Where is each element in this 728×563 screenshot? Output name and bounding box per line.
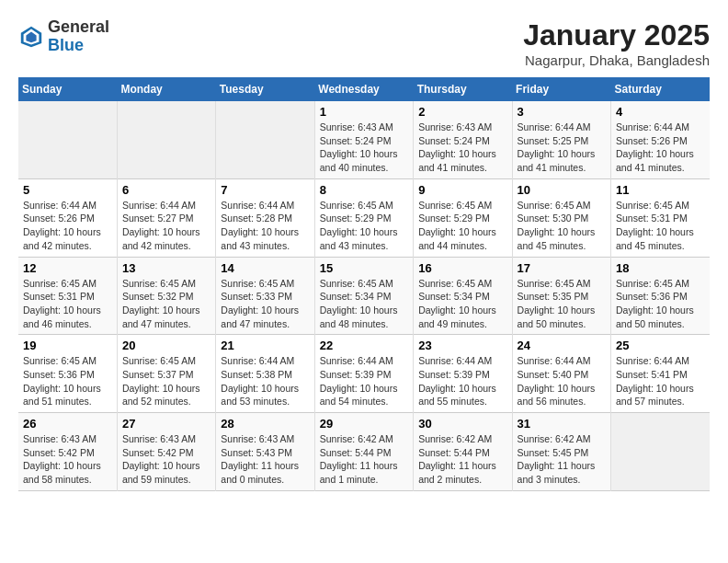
calendar-cell: 18Sunrise: 6:45 AMSunset: 5:36 PMDayligh… <box>611 257 710 335</box>
day-number: 10 <box>518 183 606 197</box>
weekday-header-saturday: Saturday <box>611 77 710 101</box>
cell-content: Sunrise: 6:45 AMSunset: 5:36 PMDaylight:… <box>23 354 112 408</box>
calendar-cell: 15Sunrise: 6:45 AMSunset: 5:34 PMDayligh… <box>314 257 413 335</box>
day-number: 19 <box>23 339 112 352</box>
calendar-week-row: 19Sunrise: 6:45 AMSunset: 5:36 PMDayligh… <box>18 335 710 413</box>
day-number: 24 <box>518 339 606 352</box>
day-number: 2 <box>418 105 506 119</box>
day-number: 27 <box>122 417 210 431</box>
day-number: 23 <box>418 339 506 352</box>
calendar-cell: 27Sunrise: 6:43 AMSunset: 5:42 PMDayligh… <box>117 413 215 491</box>
cell-content: Sunrise: 6:42 AMSunset: 5:44 PMDaylight:… <box>320 432 408 487</box>
calendar-cell: 24Sunrise: 6:44 AMSunset: 5:40 PMDayligh… <box>512 335 610 413</box>
day-number: 18 <box>616 261 705 275</box>
calendar-cell: 23Sunrise: 6:44 AMSunset: 5:39 PMDayligh… <box>414 335 512 413</box>
calendar-cell: 22Sunrise: 6:44 AMSunset: 5:39 PMDayligh… <box>314 335 413 413</box>
day-number: 13 <box>122 261 210 275</box>
cell-content: Sunrise: 6:45 AMSunset: 5:29 PMDaylight:… <box>418 199 506 253</box>
calendar-cell: 2Sunrise: 6:43 AMSunset: 5:24 PMDaylight… <box>414 101 512 178</box>
cell-content: Sunrise: 6:45 AMSunset: 5:36 PMDaylight:… <box>616 277 705 331</box>
cell-content: Sunrise: 6:42 AMSunset: 5:44 PMDaylight:… <box>418 432 506 487</box>
day-number: 12 <box>23 261 112 275</box>
calendar-cell: 1Sunrise: 6:43 AMSunset: 5:24 PMDaylight… <box>314 101 413 178</box>
calendar-week-row: 5Sunrise: 6:44 AMSunset: 5:26 PMDaylight… <box>18 178 710 257</box>
weekday-header-friday: Friday <box>512 77 610 101</box>
calendar-cell: 20Sunrise: 6:45 AMSunset: 5:37 PMDayligh… <box>117 335 215 413</box>
day-number: 26 <box>23 417 112 431</box>
day-number: 4 <box>616 105 705 119</box>
cell-content: Sunrise: 6:44 AMSunset: 5:26 PMDaylight:… <box>23 199 112 253</box>
day-number: 30 <box>418 417 506 431</box>
cell-content: Sunrise: 6:44 AMSunset: 5:27 PMDaylight:… <box>122 199 210 253</box>
calendar-cell: 9Sunrise: 6:45 AMSunset: 5:29 PMDaylight… <box>414 178 512 257</box>
calendar-cell: 26Sunrise: 6:43 AMSunset: 5:42 PMDayligh… <box>18 413 117 491</box>
logo-blue-text: Blue <box>48 36 84 54</box>
calendar-cell: 14Sunrise: 6:45 AMSunset: 5:33 PMDayligh… <box>216 257 314 335</box>
weekday-header-row: SundayMondayTuesdayWednesdayThursdayFrid… <box>18 77 710 101</box>
cell-content: Sunrise: 6:45 AMSunset: 5:29 PMDaylight:… <box>320 199 408 253</box>
cell-content: Sunrise: 6:45 AMSunset: 5:32 PMDaylight:… <box>122 277 210 331</box>
day-number: 28 <box>221 417 309 431</box>
day-number: 5 <box>23 183 112 197</box>
calendar-cell: 28Sunrise: 6:43 AMSunset: 5:43 PMDayligh… <box>216 413 314 491</box>
weekday-header-tuesday: Tuesday <box>216 77 314 101</box>
weekday-header-monday: Monday <box>117 77 215 101</box>
page-header: General Blue January 2025 Nagarpur, Dhak… <box>18 18 710 68</box>
calendar-cell <box>117 101 215 178</box>
logo: General Blue <box>18 18 109 55</box>
calendar-cell: 31Sunrise: 6:42 AMSunset: 5:45 PMDayligh… <box>512 413 610 491</box>
cell-content: Sunrise: 6:43 AMSunset: 5:42 PMDaylight:… <box>23 432 112 487</box>
calendar-week-row: 26Sunrise: 6:43 AMSunset: 5:42 PMDayligh… <box>18 413 710 491</box>
calendar-cell: 8Sunrise: 6:45 AMSunset: 5:29 PMDaylight… <box>314 178 413 257</box>
day-number: 22 <box>320 339 408 352</box>
day-number: 3 <box>518 105 606 119</box>
calendar-cell: 30Sunrise: 6:42 AMSunset: 5:44 PMDayligh… <box>414 413 512 491</box>
day-number: 8 <box>320 183 408 197</box>
calendar-cell: 4Sunrise: 6:44 AMSunset: 5:26 PMDaylight… <box>611 101 710 178</box>
cell-content: Sunrise: 6:43 AMSunset: 5:42 PMDaylight:… <box>122 432 210 487</box>
day-number: 15 <box>320 261 408 275</box>
cell-content: Sunrise: 6:42 AMSunset: 5:45 PMDaylight:… <box>518 432 606 487</box>
cell-content: Sunrise: 6:44 AMSunset: 5:25 PMDaylight:… <box>518 121 606 175</box>
day-number: 20 <box>122 339 210 352</box>
calendar-cell: 19Sunrise: 6:45 AMSunset: 5:36 PMDayligh… <box>18 335 117 413</box>
cell-content: Sunrise: 6:44 AMSunset: 5:40 PMDaylight:… <box>518 354 606 408</box>
calendar-cell: 12Sunrise: 6:45 AMSunset: 5:31 PMDayligh… <box>18 257 117 335</box>
cell-content: Sunrise: 6:45 AMSunset: 5:31 PMDaylight:… <box>23 277 112 331</box>
calendar-week-row: 12Sunrise: 6:45 AMSunset: 5:31 PMDayligh… <box>18 257 710 335</box>
day-number: 16 <box>418 261 506 275</box>
cell-content: Sunrise: 6:45 AMSunset: 5:35 PMDaylight:… <box>518 277 606 331</box>
calendar-cell: 16Sunrise: 6:45 AMSunset: 5:34 PMDayligh… <box>414 257 512 335</box>
day-number: 31 <box>518 417 606 431</box>
calendar-cell: 3Sunrise: 6:44 AMSunset: 5:25 PMDaylight… <box>512 101 610 178</box>
cell-content: Sunrise: 6:45 AMSunset: 5:33 PMDaylight:… <box>221 277 309 331</box>
cell-content: Sunrise: 6:44 AMSunset: 5:28 PMDaylight:… <box>221 199 309 253</box>
calendar-cell: 10Sunrise: 6:45 AMSunset: 5:30 PMDayligh… <box>512 178 610 257</box>
cell-content: Sunrise: 6:45 AMSunset: 5:37 PMDaylight:… <box>122 354 210 408</box>
day-number: 25 <box>616 339 705 352</box>
calendar-cell: 11Sunrise: 6:45 AMSunset: 5:31 PMDayligh… <box>611 178 710 257</box>
cell-content: Sunrise: 6:45 AMSunset: 5:31 PMDaylight:… <box>616 199 705 253</box>
day-number: 9 <box>418 183 506 197</box>
cell-content: Sunrise: 6:43 AMSunset: 5:24 PMDaylight:… <box>320 121 408 175</box>
cell-content: Sunrise: 6:45 AMSunset: 5:34 PMDaylight:… <box>418 277 506 331</box>
cell-content: Sunrise: 6:44 AMSunset: 5:39 PMDaylight:… <box>320 354 408 408</box>
calendar-cell <box>18 101 117 178</box>
cell-content: Sunrise: 6:45 AMSunset: 5:30 PMDaylight:… <box>518 199 606 253</box>
calendar-cell: 29Sunrise: 6:42 AMSunset: 5:44 PMDayligh… <box>314 413 413 491</box>
cell-content: Sunrise: 6:44 AMSunset: 5:26 PMDaylight:… <box>616 121 705 175</box>
calendar-week-row: 1Sunrise: 6:43 AMSunset: 5:24 PMDaylight… <box>18 101 710 178</box>
calendar-cell: 21Sunrise: 6:44 AMSunset: 5:38 PMDayligh… <box>216 335 314 413</box>
day-number: 29 <box>320 417 408 431</box>
calendar-cell: 13Sunrise: 6:45 AMSunset: 5:32 PMDayligh… <box>117 257 215 335</box>
calendar-cell: 17Sunrise: 6:45 AMSunset: 5:35 PMDayligh… <box>512 257 610 335</box>
calendar-cell: 25Sunrise: 6:44 AMSunset: 5:41 PMDayligh… <box>611 335 710 413</box>
cell-content: Sunrise: 6:45 AMSunset: 5:34 PMDaylight:… <box>320 277 408 331</box>
calendar-cell <box>216 101 314 178</box>
month-year-title: January 2025 <box>523 18 710 52</box>
cell-content: Sunrise: 6:43 AMSunset: 5:43 PMDaylight:… <box>221 432 309 487</box>
title-block: January 2025 Nagarpur, Dhaka, Bangladesh <box>523 18 710 68</box>
cell-content: Sunrise: 6:44 AMSunset: 5:41 PMDaylight:… <box>616 354 705 408</box>
calendar-cell: 6Sunrise: 6:44 AMSunset: 5:27 PMDaylight… <box>117 178 215 257</box>
day-number: 6 <box>122 183 210 197</box>
